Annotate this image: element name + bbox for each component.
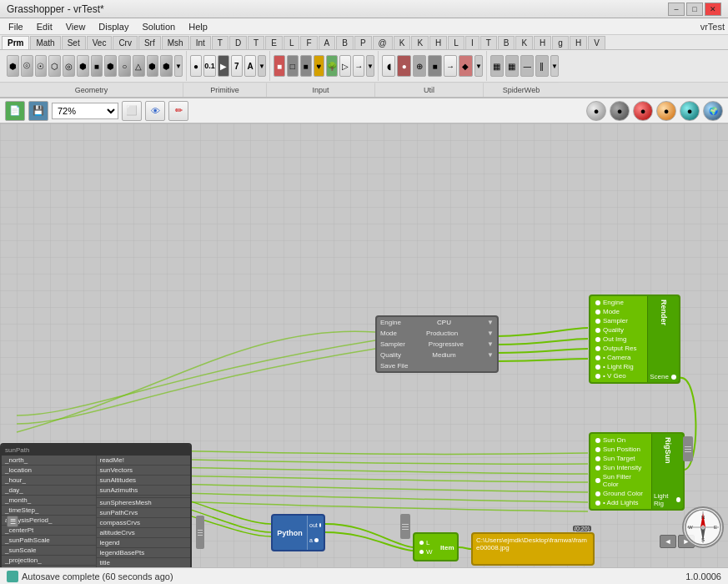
path-node-1[interactable]: {0;20} C:\Users\ejmdk\Desktop\framwa\fra… xyxy=(471,532,595,566)
sphere-orange-button[interactable]: ● xyxy=(656,101,676,121)
tab-d[interactable]: D xyxy=(229,36,247,49)
tb-prim-expand[interactable]: ▼ xyxy=(258,55,266,77)
menu-view[interactable]: View xyxy=(61,21,91,33)
tb-geo-4[interactable]: ⬡ xyxy=(48,55,61,77)
tb-prim-3[interactable]: ▶ xyxy=(218,55,229,77)
tab-prm[interactable]: Prm xyxy=(2,36,29,49)
tab-f[interactable]: F xyxy=(300,36,317,49)
tb-in-3[interactable]: ■ xyxy=(300,55,312,77)
sphere-teal-button[interactable]: ● xyxy=(680,101,700,121)
tab-set[interactable]: Set xyxy=(62,36,86,49)
tb-in-2[interactable]: □ xyxy=(287,55,299,77)
tb-geo-9[interactable]: ○ xyxy=(118,55,131,77)
zoom-fit-button[interactable]: ⬜ xyxy=(122,101,142,121)
canvas-area[interactable]: sunPath _north_ _location _hour_ _day_ _… xyxy=(0,123,728,569)
tb-util-4[interactable]: ■ xyxy=(428,55,441,77)
tb-sw-1[interactable]: ▦ xyxy=(490,55,504,77)
tb-sw-4[interactable]: ‖ xyxy=(535,55,549,77)
globe-button[interactable]: 🌍 xyxy=(703,101,723,121)
zoom-select[interactable]: 72% xyxy=(52,103,118,119)
new-file-button[interactable]: 📄 xyxy=(5,101,25,121)
tb-prim-2[interactable]: 0.1 xyxy=(203,55,216,77)
tb-in-6[interactable]: ▷ xyxy=(339,55,351,77)
tb-sw-expand[interactable]: ▼ xyxy=(550,55,559,77)
tb-prim-4[interactable]: 7 xyxy=(231,55,243,77)
tab-math[interactable]: Math xyxy=(30,36,60,49)
tab-t3[interactable]: T xyxy=(480,36,497,49)
menu-solution[interactable]: Solution xyxy=(137,21,180,33)
sphere-dark-button[interactable]: ● xyxy=(610,101,630,121)
engine-arrow[interactable]: ▼ xyxy=(487,319,494,326)
tb-prim-1[interactable]: ● xyxy=(190,55,202,77)
tb-geo-11[interactable]: ⬢ xyxy=(147,55,159,77)
tb-in-expand[interactable]: ▼ xyxy=(366,55,374,77)
tab-e[interactable]: E xyxy=(265,36,283,49)
nav-left[interactable]: ◄ xyxy=(660,535,676,548)
tab-k2[interactable]: K xyxy=(411,36,429,49)
tb-util-2[interactable]: ● xyxy=(397,55,410,77)
tb-prim-5[interactable]: A xyxy=(244,55,256,77)
tab-int[interactable]: Int xyxy=(190,36,211,49)
tab-b1[interactable]: B xyxy=(336,36,354,49)
tab-a[interactable]: A xyxy=(319,36,336,49)
menu-edit[interactable]: Edit xyxy=(32,21,58,33)
tb-geo-8[interactable]: ⬢ xyxy=(104,55,117,77)
tab-l2[interactable]: L xyxy=(448,36,464,49)
tb-sw-2[interactable]: ▦ xyxy=(505,55,519,77)
tb-geo-7[interactable]: ■ xyxy=(91,55,103,77)
save-button[interactable]: 💾 xyxy=(28,101,48,121)
tb-geo-12[interactable]: ⬢ xyxy=(160,55,173,77)
tab-msh[interactable]: Msh xyxy=(162,36,189,49)
maximize-button[interactable]: □ xyxy=(686,3,703,16)
menu-help[interactable]: Help xyxy=(183,21,213,33)
tab-k1[interactable]: K xyxy=(394,36,411,49)
tb-in-5[interactable]: 🌳 xyxy=(326,55,338,77)
sampler-arrow[interactable]: ▼ xyxy=(487,340,494,348)
close-button[interactable]: ✕ xyxy=(705,3,721,16)
menu-file[interactable]: File xyxy=(3,21,28,33)
tb-geo-1[interactable]: ⬢ xyxy=(7,55,19,77)
quality-arrow[interactable]: ▼ xyxy=(487,351,494,359)
tab-k3[interactable]: K xyxy=(515,36,533,49)
tb-geo-3[interactable]: ☉ xyxy=(35,55,48,77)
tab-at[interactable]: @ xyxy=(373,36,393,49)
tb-in-7[interactable]: → xyxy=(353,55,364,77)
tab-crv[interactable]: Crv xyxy=(113,36,138,49)
tb-geo-2[interactable]: ⦾ xyxy=(21,55,33,77)
tab-h1[interactable]: H xyxy=(429,36,447,49)
tab-h3[interactable]: H xyxy=(570,36,587,49)
tb-util-6[interactable]: ◆ xyxy=(459,55,472,77)
tb-geo-5[interactable]: ◎ xyxy=(63,55,75,77)
tb-geo-6[interactable]: ⬢ xyxy=(77,55,89,77)
tb-sw-3[interactable]: ⸻ xyxy=(520,55,534,77)
tb-util-expand[interactable]: ▼ xyxy=(474,55,483,77)
tb-util-1[interactable]: ◖ xyxy=(382,55,395,77)
tb-util-5[interactable]: → xyxy=(444,55,457,77)
rigsun-node[interactable]: Sun On Sun Position Sun Target Sun Inten… xyxy=(589,432,685,511)
menu-display[interactable]: Display xyxy=(93,21,133,33)
tab-t2[interactable]: T xyxy=(248,36,264,49)
tb-in-4[interactable]: ♥ xyxy=(314,55,325,77)
sunpath-node[interactable]: sunPath _north_ _location _hour_ _day_ _… xyxy=(0,443,192,569)
tb-geo-10[interactable]: △ xyxy=(133,55,145,77)
tab-h2[interactable]: H xyxy=(534,36,551,49)
tb-geo-expand[interactable]: ▼ xyxy=(174,55,183,77)
tab-vec[interactable]: Vec xyxy=(87,36,113,49)
draw-button[interactable]: ✏ xyxy=(168,101,188,121)
tab-v[interactable]: V xyxy=(588,36,605,49)
item-node-1[interactable]: L W Item xyxy=(413,532,459,561)
tab-g[interactable]: g xyxy=(552,36,569,49)
tab-t1[interactable]: T xyxy=(212,36,228,49)
render-node[interactable]: Engine Mode Sampler Quality Out Img Outp… xyxy=(589,295,680,384)
eye-button[interactable]: 👁 xyxy=(145,101,165,121)
tab-l1[interactable]: L xyxy=(284,36,300,49)
python-node[interactable]: Python out a xyxy=(271,514,325,551)
tab-b2[interactable]: B xyxy=(498,36,515,49)
tab-srf[interactable]: Srf xyxy=(138,36,161,49)
tb-util-3[interactable]: ⊕ xyxy=(413,55,426,77)
sphere-red-button[interactable]: ● xyxy=(633,101,653,121)
sphere-gray-button[interactable]: ● xyxy=(586,101,606,121)
tb-in-1[interactable]: ■ xyxy=(274,55,285,77)
minimize-button[interactable]: – xyxy=(668,3,685,16)
mode-arrow[interactable]: ▼ xyxy=(487,330,494,337)
